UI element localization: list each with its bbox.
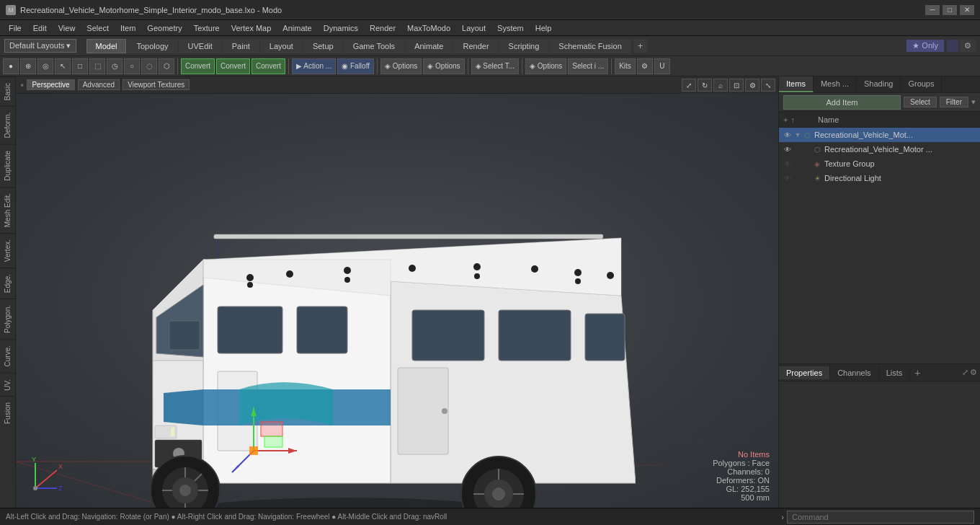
- sidebar-tab-basic[interactable]: Basic: [0, 76, 15, 106]
- menu-texture[interactable]: Texture: [188, 20, 226, 36]
- sidebar-tab-duplicate[interactable]: Duplicate: [0, 144, 15, 187]
- toolbar-btn-0[interactable]: ●: [3, 58, 19, 74]
- toolbar-btn-13[interactable]: Convert: [251, 58, 285, 74]
- sidebar-tab-uv-[interactable]: UV.: [0, 373, 15, 397]
- tree-item-child3[interactable]: 👁☀Directional Light: [779, 171, 980, 185]
- layout-add-button[interactable]: +: [633, 39, 648, 53]
- menu-select[interactable]: Select: [81, 20, 115, 36]
- layout-tab-scripting[interactable]: Scripting: [499, 39, 549, 53]
- toolbar-btn-21[interactable]: ◈ Select T...: [471, 58, 520, 74]
- layout-star-button[interactable]: ★ Only: [906, 40, 944, 52]
- tree-eye-root[interactable]: 👁: [782, 131, 793, 139]
- menu-animate[interactable]: Animate: [277, 20, 317, 36]
- toolbar-btn-2[interactable]: ◎: [37, 58, 53, 74]
- add-item-button[interactable]: Add Item: [783, 95, 901, 110]
- right-panel-tab-shading[interactable]: Shading: [857, 76, 901, 92]
- menu-geometry[interactable]: Geometry: [141, 20, 187, 36]
- menu-layout[interactable]: Layout: [456, 20, 491, 36]
- layout-tab-game-tools[interactable]: Game Tools: [344, 39, 405, 53]
- items-up-icon[interactable]: ↑: [790, 115, 795, 124]
- tree-arrow-root[interactable]: ▼: [793, 131, 802, 138]
- default-layouts-dropdown[interactable]: Default Layouts ▾: [4, 39, 76, 53]
- vp-icon-refresh[interactable]: ↻: [698, 79, 712, 92]
- tree-item-root[interactable]: 👁▼⬡Recreational_Vehicle_Mot...: [779, 128, 980, 142]
- menu-file[interactable]: File: [3, 20, 27, 36]
- toolbar-btn-26[interactable]: Kits: [615, 58, 636, 74]
- toolbar-btn-3[interactable]: ↖: [55, 58, 71, 74]
- tree-eye-child3[interactable]: 👁: [782, 175, 793, 182]
- vp-icon-maximize[interactable]: ⤡: [761, 79, 775, 92]
- props-settings-icon[interactable]: ⚙: [970, 368, 977, 377]
- toolbar-btn-28[interactable]: U: [654, 58, 670, 74]
- menu-vertex-map[interactable]: Vertex Map: [226, 20, 277, 36]
- vp-icon-settings[interactable]: ⚙: [745, 79, 760, 92]
- items-add-icon[interactable]: +: [783, 115, 788, 124]
- select-button[interactable]: Select: [904, 97, 937, 107]
- tree-item-child1[interactable]: 👁⬡Recreational_Vehicle_Motor ...: [779, 142, 980, 156]
- sidebar-tab-fusion[interactable]: Fusion: [0, 396, 15, 430]
- props-expand-icon[interactable]: ⤢: [962, 368, 968, 377]
- toolbar-btn-1[interactable]: ⊕: [20, 58, 36, 74]
- sidebar-tab-mesh-edit-[interactable]: Mesh Edit.: [0, 187, 15, 233]
- sidebar-tab-vertex-[interactable]: Vertex.: [0, 233, 15, 268]
- items-toolbar-arrow[interactable]: ▾: [971, 97, 976, 107]
- toolbar-btn-16[interactable]: ◉ Falloff: [337, 58, 374, 74]
- toolbar-btn-8[interactable]: ◌: [141, 58, 157, 74]
- toolbar-btn-4[interactable]: □: [72, 58, 88, 74]
- items-tree[interactable]: 👁▼⬡Recreational_Vehicle_Mot...👁⬡Recreati…: [779, 128, 980, 363]
- layout-tab-topology[interactable]: Topology: [127, 39, 177, 53]
- toolbar-btn-24[interactable]: Select i ...: [568, 58, 608, 74]
- layout-tab-schematic-fusion[interactable]: Schematic Fusion: [549, 39, 631, 53]
- props-tab-properties[interactable]: Properties: [779, 366, 830, 379]
- sidebar-tab-deform-[interactable]: Deform.: [0, 106, 15, 144]
- toolbar-btn-6[interactable]: ◷: [107, 58, 122, 74]
- vp-icon-zoom[interactable]: ⌕: [713, 79, 728, 92]
- menu-system[interactable]: System: [491, 20, 530, 36]
- tree-item-child2[interactable]: 👁◈Texture Group: [779, 156, 980, 171]
- minimize-button[interactable]: ─: [925, 5, 940, 15]
- filter-button[interactable]: Filter: [940, 97, 968, 107]
- viewport[interactable]: ● Perspective Advanced Viewport Textures…: [16, 76, 778, 508]
- props-tab-lists[interactable]: Lists: [879, 366, 911, 379]
- toolbar-btn-27[interactable]: ⚙: [637, 58, 653, 74]
- window-controls[interactable]: ─ □ ✕: [925, 5, 974, 15]
- menu-dynamics[interactable]: Dynamics: [318, 20, 364, 36]
- maximize-button[interactable]: □: [943, 5, 957, 15]
- toolbar-btn-11[interactable]: Convert: [181, 58, 215, 74]
- toolbar-btn-12[interactable]: Convert: [216, 58, 250, 74]
- toolbar-btn-19[interactable]: ◈ Options: [423, 58, 464, 74]
- menu-view[interactable]: View: [53, 20, 81, 36]
- vp-icon-expand[interactable]: ⤢: [682, 79, 696, 92]
- right-panel-tab-items[interactable]: Items: [779, 76, 814, 92]
- toolbar-btn-9[interactable]: ⬡: [159, 58, 174, 74]
- toolbar-btn-18[interactable]: ◈ Options: [380, 58, 422, 74]
- layout-tab-setup[interactable]: Setup: [303, 39, 343, 53]
- viewport-textures-btn[interactable]: Viewport Textures: [122, 79, 190, 90]
- right-panel-tab-groups[interactable]: Groups: [901, 76, 942, 92]
- right-panel-tab-mesh-[interactable]: Mesh ...: [814, 76, 857, 92]
- menu-maxtomodo[interactable]: MaxToModo: [401, 20, 456, 36]
- close-button[interactable]: ✕: [960, 5, 974, 15]
- sidebar-tab-curve-[interactable]: Curve.: [0, 339, 15, 372]
- props-tab-channels[interactable]: Channels: [830, 366, 878, 379]
- sidebar-tab-polygon-[interactable]: Polygon.: [0, 299, 15, 339]
- toolbar-btn-15[interactable]: ▶ Action ...: [292, 58, 336, 74]
- menu-edit[interactable]: Edit: [27, 20, 53, 36]
- layout-tab-render[interactable]: Render: [453, 39, 498, 53]
- tree-eye-child2[interactable]: 👁: [782, 160, 793, 168]
- command-input[interactable]: [787, 511, 974, 524]
- menu-render[interactable]: Render: [364, 20, 401, 36]
- sidebar-tab-edge-[interactable]: Edge.: [0, 268, 15, 299]
- layout-tab-animate[interactable]: Animate: [405, 39, 453, 53]
- menu-help[interactable]: Help: [530, 20, 558, 36]
- toolbar-btn-7[interactable]: ○: [124, 58, 140, 74]
- toolbar-btn-23[interactable]: ◈ Options: [525, 58, 566, 74]
- layout-tab-uvedit[interactable]: UVEdit: [179, 39, 222, 53]
- props-add-button[interactable]: +: [910, 365, 925, 381]
- vp-icon-fit[interactable]: ⊡: [729, 79, 744, 92]
- layout-gear-button[interactable]: ⚙: [960, 40, 976, 52]
- layout-tab-layout[interactable]: Layout: [260, 39, 303, 53]
- viewport-advanced-btn[interactable]: Advanced: [78, 79, 120, 90]
- menu-item[interactable]: Item: [115, 20, 141, 36]
- layout-tab-model[interactable]: Model: [86, 39, 127, 53]
